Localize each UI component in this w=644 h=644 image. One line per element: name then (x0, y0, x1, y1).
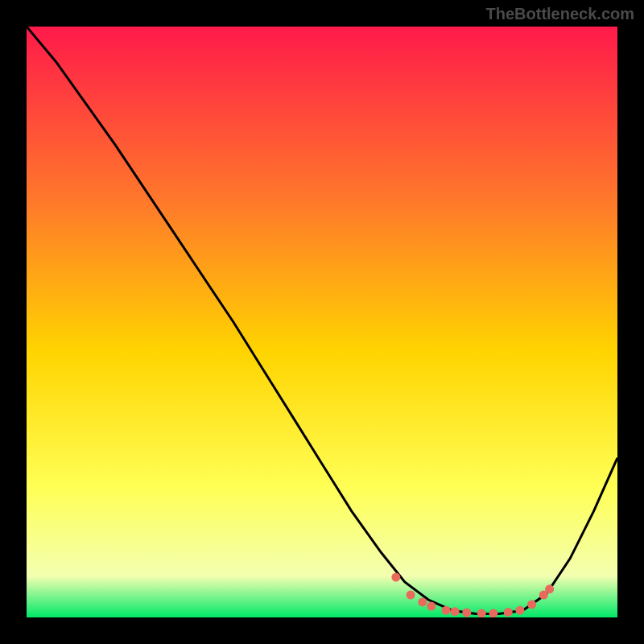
plot-area (27, 27, 617, 617)
data-dot (477, 609, 486, 617)
watermark-text: TheBottleneck.com (486, 5, 634, 23)
data-dot (407, 591, 415, 600)
gradient-background (27, 27, 617, 617)
data-dot (515, 606, 524, 615)
data-dot (418, 597, 427, 606)
chart-svg (27, 27, 617, 617)
data-dot (442, 606, 451, 615)
data-dot (545, 584, 554, 593)
data-dot (462, 609, 471, 617)
data-dot (427, 602, 436, 611)
data-dot (527, 600, 536, 609)
data-dot (504, 608, 513, 617)
data-dot (451, 607, 460, 616)
data-dot (391, 573, 400, 582)
chart-container: TheBottleneck.com (0, 0, 644, 644)
data-dot (489, 609, 497, 617)
